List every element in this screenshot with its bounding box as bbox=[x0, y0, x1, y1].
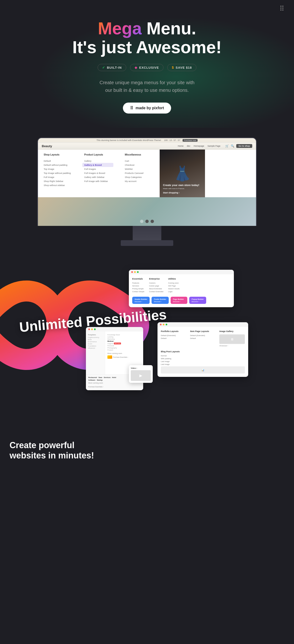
menu-item-gallery-sidebar[interactable]: Gallery with Sidebar bbox=[84, 175, 113, 179]
carousel-dots bbox=[140, 220, 154, 223]
monitor-notification-bar: This stunning banner is included with Es… bbox=[38, 138, 256, 143]
promo-overlay: Create your own store today! Made with l… bbox=[160, 180, 205, 197]
create-powerful-text: Create powerfulwebsites in minutes! bbox=[10, 440, 94, 460]
monitor-frame: This stunning banner is included with Es… bbox=[37, 138, 257, 226]
nav-actions: 🛒 🔍 Go to shop bbox=[225, 144, 252, 148]
screenshots-container: Templates Cryptocurrency Book Ecommerce … bbox=[67, 265, 284, 420]
monitor-neck bbox=[133, 226, 161, 240]
monitor-nav: Beauty Home dev Homepage Sample Page 🛒 🔍… bbox=[38, 143, 256, 150]
menu-item-shop-categories[interactable]: Shop Categories bbox=[125, 175, 154, 179]
dollar-icon: $ bbox=[172, 66, 174, 70]
badge-group: ✓ BUILT-IN ◈ EXCLUSIVE $ SAVE $18 bbox=[10, 64, 284, 71]
page-builder-badge: Page Builder bbox=[173, 298, 185, 300]
badge-built-in: ✓ BUILT-IN bbox=[98, 64, 126, 71]
timer-text: 100 : 13 : 57 : 57 bbox=[164, 139, 180, 142]
badge-built-in-label: BUILT-IN bbox=[107, 66, 122, 70]
go-to-shop-button[interactable]: Go to shop bbox=[236, 144, 252, 148]
menu-promo-card: 👗 Create your own store today! Made with… bbox=[160, 150, 205, 197]
menu-item-full-image-sidebar[interactable]: Full Image with Sidebar bbox=[84, 179, 113, 183]
monitor-section: This stunning banner is included with Es… bbox=[0, 128, 294, 246]
diamond-icon: ◈ bbox=[135, 66, 137, 70]
hero-description: Create unique mega menus for your site w… bbox=[10, 79, 284, 94]
pixfort-logo-icon: ⠿ bbox=[279, 5, 284, 13]
nav-link-homepage[interactable]: Homepage bbox=[193, 145, 204, 147]
dot-3[interactable] bbox=[151, 220, 154, 223]
video-card: Video › ▶ bbox=[129, 365, 153, 383]
menu-item-full-images-boxed[interactable]: Full Images & Boxed bbox=[84, 171, 113, 175]
nav-link-dev[interactable]: dev bbox=[187, 145, 190, 147]
badge-exclusive: ◈ EXCLUSIVE bbox=[130, 64, 163, 71]
dot-2[interactable] bbox=[145, 220, 149, 223]
check-icon: ✓ bbox=[102, 66, 105, 70]
promo-link[interactable]: Start shopping › bbox=[163, 192, 202, 194]
nav-link-sample[interactable]: Sample Page bbox=[207, 145, 220, 147]
menu-item-my-account[interactable]: My account bbox=[125, 179, 154, 183]
hero-title-awesome: It's just Awesome! bbox=[72, 38, 221, 57]
hero-title-mega: Mega bbox=[98, 19, 142, 38]
menu-item-cart[interactable]: Cart bbox=[125, 159, 154, 163]
product-layouts-header: Product Layouts bbox=[84, 153, 113, 156]
menu-item-default[interactable]: Default bbox=[44, 159, 73, 163]
made-by-button[interactable]: ⠿ made by pixfort bbox=[123, 102, 171, 114]
cart-icon[interactable]: 🛒 bbox=[225, 144, 229, 148]
menu-column-product-layouts: Product Layouts Gallery Gallery & Boxed … bbox=[79, 150, 119, 197]
badge-save: $ SAVE $18 bbox=[167, 64, 196, 71]
menu-item-top-image-no-pad[interactable]: Top Image without padding bbox=[44, 171, 73, 175]
hero-section: ⠿ Mega Menu. It's just Awesome! ✓ BUILT-… bbox=[0, 0, 294, 128]
menu-item-wishlist[interactable]: Wishlist bbox=[125, 167, 154, 171]
menu-item-shop-no-sidebar[interactable]: Shop without sidebar bbox=[44, 183, 73, 187]
menu-item-gallery-boxed[interactable]: Gallery & Boxed bbox=[82, 163, 113, 167]
header-builder-badge: Header Builder bbox=[135, 298, 147, 300]
popup-builder-badge: Popup Builder bbox=[192, 298, 204, 300]
menu-item-shop-right[interactable]: Shop Right Sidebar bbox=[44, 179, 73, 183]
hero-title: Mega Menu. It's just Awesome! bbox=[10, 19, 284, 57]
monitor-stand bbox=[37, 226, 257, 246]
infinity-section: Unlimited Possibilities Templates Crypto… bbox=[0, 246, 294, 480]
menu-item-full-image[interactable]: Full Image bbox=[44, 175, 73, 179]
hero-title-menu: Menu. bbox=[142, 19, 196, 38]
nav-link-home[interactable]: Home bbox=[178, 145, 183, 147]
layouts-card: Portfolio Layouts Default (Extended) Def… bbox=[157, 322, 248, 377]
mega-menu-dropdown: Shop Layouts Default Default without pad… bbox=[38, 150, 256, 197]
pixfort-btn-logo: ⠿ bbox=[130, 106, 133, 111]
made-by-label: made by pixfort bbox=[136, 106, 164, 110]
dot-1[interactable] bbox=[140, 220, 143, 223]
menu-column-shop-layouts: Shop Layouts Default Default without pad… bbox=[38, 150, 79, 197]
menu-item-top-image[interactable]: Top Image bbox=[44, 167, 73, 171]
promo-subtitle: Made with love in France. bbox=[163, 188, 202, 190]
mega-menu-container: Shop Layouts Default Default without pad… bbox=[38, 150, 256, 226]
menu-item-checkout[interactable]: Checkout bbox=[125, 163, 154, 167]
monitor-hero-image bbox=[38, 197, 256, 226]
search-icon[interactable]: 🔍 bbox=[231, 144, 234, 148]
create-powerful-section: Create powerfulwebsites in minutes! bbox=[10, 440, 94, 460]
nav-links: Home dev Homepage Sample Page bbox=[178, 145, 220, 147]
badge-save-label: SAVE $18 bbox=[176, 66, 192, 70]
badge-exclusive-label: EXCLUSIVE bbox=[139, 66, 159, 70]
notification-text: This stunning banner is included with Es… bbox=[96, 139, 161, 142]
monitor-base bbox=[121, 240, 173, 246]
site-logo: Beauty bbox=[42, 144, 173, 148]
enterprise-card: Essentials Features Services Pricing Sim… bbox=[129, 270, 234, 307]
misc-header: Miscellaneous bbox=[125, 153, 154, 156]
promo-title: Create your own store today! bbox=[163, 184, 202, 186]
menu-item-gallery[interactable]: Gallery bbox=[84, 159, 113, 163]
menu-item-full-images[interactable]: Full Images bbox=[84, 167, 113, 171]
shop-layouts-header: Shop Layouts bbox=[44, 153, 73, 156]
footer-builder-badge: Footer Builder bbox=[154, 298, 166, 300]
menu-column-misc: Miscellaneous Cart Checkout Wishlist Pro… bbox=[119, 150, 160, 197]
purchase-now-btn[interactable]: Purchase now bbox=[183, 139, 198, 142]
menu-item-default-no-pad[interactable]: Default without padding bbox=[44, 163, 73, 167]
menu-item-products-carousel[interactable]: Products Carousel bbox=[125, 171, 154, 175]
monitor-wrap: This stunning banner is included with Es… bbox=[37, 138, 257, 246]
